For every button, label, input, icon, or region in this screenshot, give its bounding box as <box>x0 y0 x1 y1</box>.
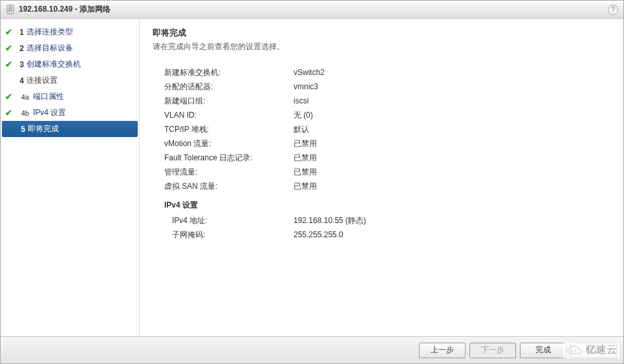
step-number: 4a <box>14 93 32 101</box>
step-select-target-device[interactable]: ✔ 2 选择目标设备 <box>1 40 139 56</box>
step-label: 选择连接类型 <box>27 27 136 37</box>
summary-label: Fault Tolerance 日志记录: <box>164 153 294 164</box>
step-ipv4-settings[interactable]: ✔ 4b IPv4 设置 <box>1 105 139 121</box>
check-icon: ✔ <box>3 92 14 102</box>
dialog-title: 192.168.10.249 - 添加网络 <box>19 4 111 15</box>
step-number: 2 <box>14 44 27 53</box>
wizard-dialog: 192.168.10.249 - 添加网络 ? ✔ 1 选择连接类型 ✔ 2 选… <box>0 0 624 364</box>
row-new-port-group: 新建端口组: iscsi <box>164 94 610 108</box>
summary-table: 新建标准交换机: vSwitch2 分配的适配器: vmnic3 新建端口组: … <box>164 65 610 193</box>
next-button: 下一步 <box>469 343 516 358</box>
svg-rect-2 <box>8 8 12 10</box>
host-icon <box>6 5 15 15</box>
row-fault-tolerance-logging: Fault Tolerance 日志记录: 已禁用 <box>164 151 610 165</box>
summary-label: IPv4 地址: <box>164 215 294 226</box>
row-new-standard-switch: 新建标准交换机: vSwitch2 <box>164 65 610 80</box>
step-port-properties[interactable]: ✔ 4a 端口属性 <box>1 89 139 105</box>
step-number: 1 <box>14 28 27 37</box>
check-icon: ✔ <box>3 108 14 118</box>
step-number: 3 <box>14 60 27 69</box>
step-label: IPv4 设置 <box>32 107 136 118</box>
row-management-traffic: 管理流量: 已禁用 <box>164 165 610 179</box>
row-tcpip-stack: TCP/IP 堆栈: 默认 <box>164 122 610 136</box>
summary-value: vSwitch2 <box>294 68 325 77</box>
summary-value: 已禁用 <box>294 181 317 192</box>
row-assigned-adapter: 分配的适配器: vmnic3 <box>164 80 610 94</box>
title-action: 添加网络 <box>80 5 111 14</box>
step-select-connection-type[interactable]: ✔ 1 选择连接类型 <box>1 24 139 40</box>
help-icon[interactable]: ? <box>608 5 618 15</box>
step-label: 即将完成 <box>28 123 135 134</box>
step-ready-to-complete[interactable]: ✔ 5 即将完成 <box>2 121 138 137</box>
summary-label: 分配的适配器: <box>164 81 294 92</box>
step-label: 选择目标设备 <box>27 43 136 54</box>
summary-label: 子网掩码: <box>164 230 294 241</box>
step-label: 连接设置 <box>27 75 136 86</box>
summary-value: 已禁用 <box>294 138 317 149</box>
summary-value: 255.255.255.0 <box>294 230 343 239</box>
row-ipv4-address: IPv4 地址: 192.168.10.55 (静态) <box>164 213 610 228</box>
row-vlan-id: VLAN ID: 无 (0) <box>164 108 610 122</box>
summary-label: VLAN ID: <box>164 111 294 120</box>
row-virtual-san-traffic: 虚拟 SAN 流量: 已禁用 <box>164 179 610 193</box>
summary-value: 无 (0) <box>294 110 313 121</box>
step-number: 4 <box>14 76 27 85</box>
step-number: 5 <box>15 125 28 134</box>
cancel-button[interactable]: 取消 <box>570 343 617 358</box>
title-sep: - <box>72 5 80 14</box>
wizard-content: 即将完成 请在完成向导之前查看您的设置选择。 新建标准交换机: vSwitch2… <box>140 19 623 336</box>
summary-value: 已禁用 <box>294 167 317 178</box>
row-subnet-mask: 子网掩码: 255.255.255.0 <box>164 228 610 242</box>
dialog-body: ✔ 1 选择连接类型 ✔ 2 选择目标设备 ✔ 3 创建标准交换机 ✔ 4 连接… <box>1 19 623 336</box>
ipv4-settings-table: IPv4 地址: 192.168.10.55 (静态) 子网掩码: 255.25… <box>164 213 610 242</box>
ipv4-section-heading: IPv4 设置 <box>164 200 610 211</box>
title-host-ip: 192.168.10.249 <box>19 5 72 14</box>
content-heading: 即将完成 <box>153 28 610 39</box>
wizard-sidebar: ✔ 1 选择连接类型 ✔ 2 选择目标设备 ✔ 3 创建标准交换机 ✔ 4 连接… <box>1 19 140 336</box>
dialog-titlebar: 192.168.10.249 - 添加网络 ? <box>1 1 623 19</box>
step-number: 4b <box>14 109 32 117</box>
summary-value: 已禁用 <box>294 153 317 164</box>
summary-label: vMotion 流量: <box>164 138 294 149</box>
summary-value: 192.168.10.55 (静态) <box>294 215 366 226</box>
summary-label: TCP/IP 堆栈: <box>164 124 294 135</box>
check-icon: ✔ <box>3 59 14 69</box>
svg-rect-1 <box>8 6 12 8</box>
check-icon: ✔ <box>3 43 14 53</box>
summary-label: 新建端口组: <box>164 96 294 107</box>
step-connection-settings: ✔ 4 连接设置 <box>1 72 139 89</box>
summary-value: iscsi <box>294 96 308 105</box>
step-create-standard-switch[interactable]: ✔ 3 创建标准交换机 <box>1 56 139 72</box>
summary-value: vmnic3 <box>294 82 318 91</box>
step-label: 创建标准交换机 <box>27 59 136 70</box>
summary-label: 虚拟 SAN 流量: <box>164 181 294 192</box>
summary-value: 默认 <box>294 124 309 135</box>
finish-button[interactable]: 完成 <box>520 343 566 358</box>
wizard-footer: 上一步 下一步 完成 取消 <box>1 336 623 363</box>
step-label: 端口属性 <box>32 91 136 102</box>
check-icon: ✔ <box>3 27 14 37</box>
content-subheading: 请在完成向导之前查看您的设置选择。 <box>153 41 610 52</box>
summary-label: 新建标准交换机: <box>164 67 294 78</box>
row-vmotion-traffic: vMotion 流量: 已禁用 <box>164 136 610 151</box>
summary-label: 管理流量: <box>164 167 294 178</box>
svg-rect-3 <box>8 10 12 12</box>
back-button[interactable]: 上一步 <box>419 343 466 358</box>
